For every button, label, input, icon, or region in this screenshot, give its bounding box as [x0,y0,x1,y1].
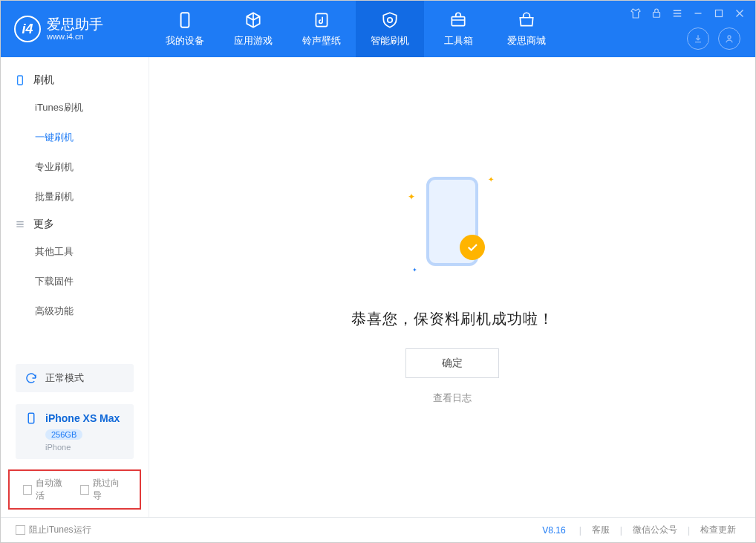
tab-label: 爱思商城 [507,34,546,48]
header-right-actions [687,27,740,50]
checkbox-skip-guide[interactable]: 跳过向导 [80,477,127,502]
svg-rect-7 [28,413,34,423]
group-label: 刷机 [33,74,54,87]
list-icon [14,218,26,230]
tab-apps[interactable]: 应用游戏 [219,1,287,57]
tab-ringtone[interactable]: 铃声壁纸 [287,1,356,57]
mode-card[interactable]: 正常模式 [16,364,134,392]
app-logo: i4 爱思助手 www.i4.cn [1,16,151,42]
tab-label: 工具箱 [444,34,473,48]
sidebar: 刷机 iTunes刷机 一键刷机 专业刷机 批量刷机 更多 其他工具 下载固件 … [1,57,149,517]
menu-icon[interactable] [671,7,684,20]
svg-rect-6 [18,76,23,85]
toolbox-icon [449,10,468,30]
body: 刷机 iTunes刷机 一键刷机 专业刷机 批量刷机 更多 其他工具 下载固件 … [1,57,755,517]
tab-label: 智能刷机 [371,34,409,48]
sidebar-item-batch-flash[interactable]: 批量刷机 [1,182,149,212]
phone-icon [175,10,195,30]
shield-refresh-icon [380,10,400,30]
sidebar-item-pro-flash[interactable]: 专业刷机 [1,152,149,182]
tab-mydevice[interactable]: 我的设备 [151,1,219,57]
svg-rect-0 [181,13,189,27]
shirt-icon[interactable] [629,7,642,20]
sidebar-item-download-firmware[interactable]: 下载固件 [1,267,149,296]
refresh-icon [25,371,38,385]
store-icon [517,10,536,30]
checkbox-icon [23,485,32,495]
svg-rect-4 [716,10,723,17]
tab-toolbox[interactable]: 工具箱 [424,1,492,57]
nav-tabs: 我的设备 应用游戏 铃声壁纸 智能刷机 工具箱 爱思商城 [151,1,561,57]
phone-icon [14,74,26,86]
checkbox-block-itunes[interactable]: 阻止iTunes运行 [16,524,91,536]
sidebar-group-more: 更多 [1,212,149,237]
sidebar-group-flash: 刷机 [1,68,149,93]
tab-label: 铃声壁纸 [302,34,341,48]
sidebar-item-onekey-flash[interactable]: 一键刷机 [1,123,149,152]
device-icon [25,412,38,425]
tab-label: 我的设备 [166,34,204,48]
app-name-cn: 爱思助手 [47,17,103,31]
close-icon[interactable] [733,7,746,20]
window-controls [629,7,746,20]
tab-store[interactable]: 爱思商城 [492,1,561,57]
music-icon [312,10,331,30]
tab-flash[interactable]: 智能刷机 [356,1,424,57]
check-update-link[interactable]: 检查更新 [696,524,740,536]
device-name: iPhone XS Max [45,412,120,424]
customer-service-link[interactable]: 客服 [587,524,614,536]
logo-icon: i4 [14,16,41,42]
tab-label: 应用游戏 [234,34,273,48]
user-button[interactable] [718,27,740,50]
sidebar-item-itunes-flash[interactable]: iTunes刷机 [1,93,149,123]
download-button[interactable] [687,27,709,50]
logo-text: 爱思助手 www.i4.cn [47,17,103,41]
success-message: 恭喜您，保资料刷机成功啦！ [351,309,554,329]
maximize-icon[interactable] [712,7,726,20]
checkbox-label: 跳过向导 [93,477,126,502]
wechat-link[interactable]: 微信公众号 [628,524,682,536]
view-log-link[interactable]: 查看日志 [433,391,472,405]
group-label: 更多 [33,218,54,231]
check-badge-icon [460,235,485,260]
svg-rect-2 [452,17,464,26]
lock-icon[interactable] [650,7,663,20]
cube-icon [244,10,263,30]
device-card[interactable]: iPhone XS Max 256GB iPhone [16,404,134,459]
app-name-en: www.i4.cn [47,33,103,41]
svg-rect-1 [316,13,327,26]
device-type: iPhone [45,443,71,452]
device-capacity: 256GB [45,429,82,440]
statusbar: 阻止iTunes运行 V8.16 | 客服 | 微信公众号 | 检查更新 [1,517,755,542]
success-illustration: ✦ ✦ ✦ [415,169,489,281]
svg-rect-3 [654,13,660,18]
sidebar-item-advanced[interactable]: 高级功能 [1,296,149,326]
checkbox-auto-activate[interactable]: 自动激活 [23,477,70,502]
sidebar-item-other-tools[interactable]: 其他工具 [1,237,149,267]
checkbox-icon [80,485,89,495]
checkbox-icon [16,525,25,535]
checkbox-label: 自动激活 [36,477,69,502]
main-content: ✦ ✦ ✦ 恭喜您，保资料刷机成功啦！ 确定 查看日志 [149,57,755,517]
titlebar: i4 爱思助手 www.i4.cn 我的设备 应用游戏 铃声壁纸 智能刷机 工具… [1,1,755,57]
checkbox-row-highlighted: 自动激活 跳过向导 [8,469,141,510]
ok-button[interactable]: 确定 [405,348,499,378]
svg-point-5 [728,36,731,39]
mode-label: 正常模式 [45,371,84,385]
checkbox-label: 阻止iTunes运行 [29,524,91,536]
minimize-icon[interactable] [691,7,705,20]
version-label: V8.16 [542,525,565,536]
